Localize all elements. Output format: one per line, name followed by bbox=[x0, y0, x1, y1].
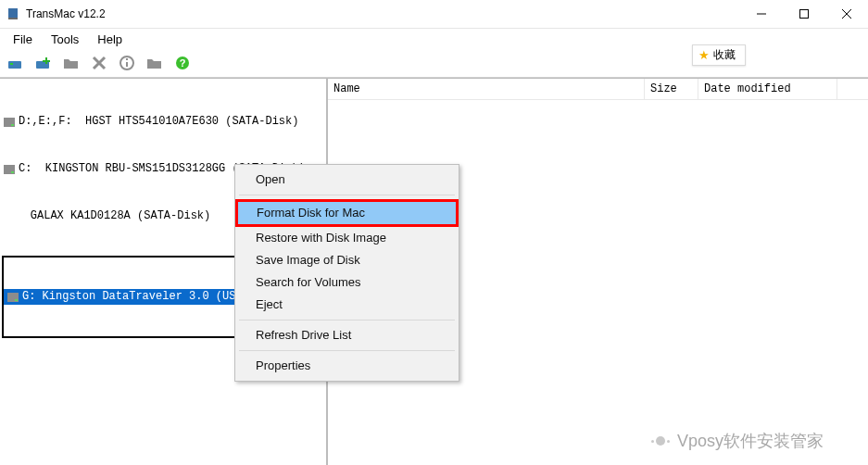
star-icon: ★ bbox=[698, 49, 710, 61]
separator bbox=[239, 320, 455, 320]
favorite-badge[interactable]: ★ 收藏 bbox=[692, 44, 746, 66]
drive-row[interactable]: D:,E:,F: HGST HTS541010A7E630 (SATA-Disk… bbox=[0, 114, 326, 130]
menu-help[interactable]: Help bbox=[90, 31, 130, 48]
close-button[interactable] bbox=[825, 0, 868, 28]
ctx-restore-with-disk-image[interactable]: Restore with Disk Image bbox=[237, 227, 457, 249]
titlebar: TransMac v12.2 bbox=[0, 0, 868, 29]
add-icon[interactable] bbox=[35, 55, 52, 71]
folder-open-icon[interactable] bbox=[146, 55, 163, 71]
minimize-button[interactable] bbox=[740, 0, 783, 28]
svg-rect-15 bbox=[126, 58, 128, 60]
col-name[interactable]: Name bbox=[328, 79, 645, 99]
watermark-text: Vposy软件安装管家 bbox=[677, 430, 824, 452]
separator bbox=[239, 350, 455, 351]
info-icon[interactable] bbox=[119, 55, 135, 71]
app-icon bbox=[6, 6, 20, 21]
separator bbox=[239, 195, 455, 195]
svg-text:?: ? bbox=[180, 57, 186, 69]
menu-tools[interactable]: Tools bbox=[44, 31, 86, 48]
highlighted-wrap: Format Disk for Mac bbox=[235, 199, 459, 227]
menu-file[interactable]: File bbox=[6, 31, 40, 48]
svg-rect-0 bbox=[8, 8, 18, 18]
ctx-open[interactable]: Open bbox=[237, 169, 457, 191]
svg-rect-7 bbox=[10, 63, 13, 65]
ctx-search-for-volumes[interactable]: Search for Volumes bbox=[237, 271, 457, 294]
drive-icon bbox=[4, 118, 15, 127]
drive-label: GALAX KA1D0128A (SATA-Disk) bbox=[4, 208, 210, 224]
delete-icon[interactable] bbox=[91, 55, 107, 71]
ctx-format-disk-for-mac[interactable]: Format Disk for Mac bbox=[238, 202, 456, 224]
ctx-save-image-of-disk[interactable]: Save Image of Disk bbox=[237, 249, 457, 271]
ctx-properties[interactable]: Properties bbox=[237, 355, 457, 377]
window-title: TransMac v12.2 bbox=[26, 7, 106, 20]
drive-label: D:,E:,F: HGST HTS541010A7E630 (SATA-Disk… bbox=[19, 114, 298, 130]
help-icon[interactable]: ? bbox=[174, 55, 191, 71]
svg-line-4 bbox=[842, 9, 851, 19]
drive-icon bbox=[4, 165, 15, 174]
watermark: Vposy软件安装管家 bbox=[651, 430, 824, 452]
col-size[interactable]: Size bbox=[645, 79, 698, 99]
ctx-eject[interactable]: Eject bbox=[237, 294, 457, 316]
favorite-label: 收藏 bbox=[713, 47, 736, 63]
svg-rect-1 bbox=[8, 18, 18, 19]
folder-icon[interactable] bbox=[63, 55, 80, 71]
col-date[interactable]: Date modified bbox=[698, 79, 837, 99]
wechat-icon bbox=[651, 436, 670, 446]
svg-line-5 bbox=[842, 9, 851, 19]
svg-rect-3 bbox=[800, 10, 809, 19]
context-menu: Open Format Disk for Mac Restore with Di… bbox=[234, 164, 459, 382]
ctx-refresh-drive-list[interactable]: Refresh Drive List bbox=[237, 324, 457, 346]
svg-rect-10 bbox=[43, 60, 50, 62]
maximize-button[interactable] bbox=[783, 0, 825, 28]
open-drive-icon[interactable] bbox=[7, 55, 24, 71]
drive-icon bbox=[7, 293, 19, 302]
list-header: Name Size Date modified bbox=[328, 79, 868, 100]
svg-rect-14 bbox=[126, 62, 128, 67]
